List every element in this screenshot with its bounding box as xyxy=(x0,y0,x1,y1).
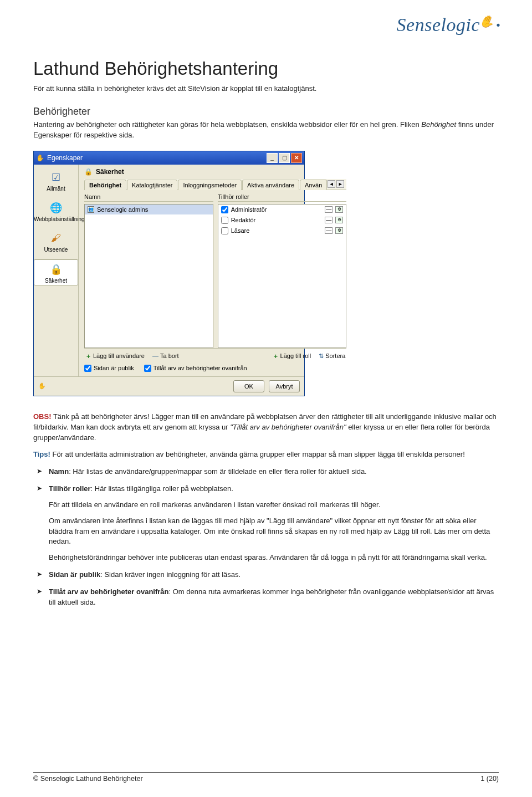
tab-scroll-right[interactable]: ► xyxy=(336,180,344,188)
add-role-button[interactable]: ＋Lägg till roll xyxy=(273,352,311,360)
sidebar-item-2[interactable]: 🖌Utseende xyxy=(34,229,78,254)
name-listbox[interactable]: 👥Senselogic admins xyxy=(84,204,213,348)
footer-left: © Senselogic Lathund Behörigheter xyxy=(33,775,143,783)
section-title: Säkerhet xyxy=(96,168,124,176)
config-role-icon[interactable]: ⚙ xyxy=(335,206,343,213)
sidebar-item-1[interactable]: 🌐Webbplatsinställningar xyxy=(34,198,78,223)
group-icon: 👥 xyxy=(88,206,94,213)
bullet-text: : Sidan kräver ingen inloggning för att … xyxy=(100,570,241,579)
public-checkbox[interactable]: Sidan är publik xyxy=(84,365,134,372)
dialog-title: Egenskaper xyxy=(47,154,265,162)
sidebar-item-label: Webbplatsinställningar xyxy=(34,216,78,222)
bullet-lead: Tillhör roller xyxy=(49,484,91,493)
bullet-item: Tillhör roller: Här listas tillgängliga … xyxy=(37,484,499,563)
role-label: Läsare xyxy=(231,227,250,234)
bullet-text: : Här listas tillgängliga roller på webb… xyxy=(91,484,233,493)
bullet-sub: Om användaren inte återfinns i listan ka… xyxy=(49,516,499,548)
sidebar-item-label: Allmänt xyxy=(34,186,78,192)
bullet-item: Sidan är publik: Sidan kräver ingen inlo… xyxy=(37,570,499,580)
column-roles-header: Tillhör roller xyxy=(218,193,347,202)
bullet-list: Namn: Här listas de användare/grupper/ma… xyxy=(37,467,499,607)
remove-role-icon[interactable]: — xyxy=(325,227,332,234)
obs-label: OBS! xyxy=(33,412,52,421)
sidebar-item-0[interactable]: ☑Allmänt xyxy=(34,168,78,193)
bullet-lead: Namn xyxy=(49,467,69,476)
bullet-sub: Behörighetsförändringar behöver inte pub… xyxy=(49,553,499,563)
intro-text: För att kunna ställa in behörigheter krä… xyxy=(33,84,499,94)
dialog-flags: Sidan är publik Tillåt arv av behörighet… xyxy=(84,362,346,372)
bullet-sub: För att tilldela en användare en roll ma… xyxy=(49,500,499,510)
obs-paragraph: OBS! Tänk på att behörigheter ärvs! Lägg… xyxy=(33,412,499,443)
tab-1[interactable]: Katalogtjänster xyxy=(127,180,177,190)
cancel-button[interactable]: Avbryt xyxy=(269,380,300,392)
plus-icon: ＋ xyxy=(85,352,91,360)
remove-role-icon[interactable]: — xyxy=(325,217,332,223)
role-row: Redaktör—⚙ xyxy=(218,215,346,226)
dialog-sidebar: ☑Allmänt🌐Webbplatsinställningar🖌Utseende… xyxy=(34,165,79,376)
remove-role-icon[interactable]: — xyxy=(325,206,332,213)
role-row: Läsare—⚙ xyxy=(218,226,346,236)
sort-icon: ⇅ xyxy=(319,352,324,360)
role-checkbox[interactable] xyxy=(221,227,228,234)
sidebar-item-label: Utseende xyxy=(34,247,78,253)
lock-icon: 🔒 xyxy=(84,168,93,176)
properties-dialog: ✋ Egenskaper _ ▢ ✕ ☑Allmänt🌐Webbplatsins… xyxy=(33,151,305,396)
role-checkbox[interactable] xyxy=(221,206,228,213)
minus-icon: — xyxy=(152,352,158,359)
footer-right: 1 (20) xyxy=(480,775,499,783)
tab-scroll-left[interactable]: ◄ xyxy=(328,180,335,188)
tab-0[interactable]: Behörighet xyxy=(84,180,126,190)
name-label: Senselogic admins xyxy=(97,206,148,213)
plus-icon: ＋ xyxy=(273,352,279,360)
section-heading: Behörigheter xyxy=(33,106,499,117)
role-label: Administratör xyxy=(231,206,267,213)
sidebar-icon: ☑ xyxy=(48,170,64,185)
config-role-icon[interactable]: ⚙ xyxy=(335,217,343,223)
dialog-toolbar: ＋Lägg till användare —Ta bort ＋Lägg till… xyxy=(84,348,346,362)
roles-listbox: Administratör—⚙Redaktör—⚙Läsare—⚙ xyxy=(218,204,347,348)
page-title: Lathund Behörighetshantering xyxy=(33,58,499,79)
ok-button[interactable]: OK xyxy=(233,380,264,392)
role-checkbox[interactable] xyxy=(221,217,228,224)
close-button[interactable]: ✕ xyxy=(291,153,302,163)
sidebar-icon: 🖌 xyxy=(48,231,64,246)
role-row: Administratör—⚙ xyxy=(218,205,346,215)
brand-logo: Senselogic✋· xyxy=(397,11,502,39)
page-footer: © Senselogic Lathund Behörigheter 1 (20) xyxy=(33,772,499,783)
sidebar-icon: 🔒 xyxy=(48,262,64,277)
tab-4[interactable]: Använ xyxy=(300,180,327,190)
sidebar-item-label: Säkerhet xyxy=(34,278,78,284)
name-row[interactable]: 👥Senselogic admins xyxy=(85,205,213,214)
maximize-button[interactable]: ▢ xyxy=(279,153,290,163)
tab-scroll: ◄ ► xyxy=(328,180,344,188)
section-header: 🔒 Säkerhet xyxy=(84,168,346,176)
bullet-lead: Tillåt arv av behörigheter ovanifrån xyxy=(49,587,169,596)
tab-3[interactable]: Aktiva användare xyxy=(242,180,299,190)
remove-button[interactable]: —Ta bort xyxy=(152,352,179,359)
bullet-item: Tillåt arv av behörigheter ovanifrån: Om… xyxy=(37,587,499,608)
minimize-button[interactable]: _ xyxy=(267,153,278,163)
tips-paragraph: Tips! För att underlätta administration … xyxy=(33,449,499,460)
dialog-footer: ✋ OK Avbryt xyxy=(34,376,304,396)
hand-icon: ✋ xyxy=(36,154,44,162)
column-name-header: Namn xyxy=(84,193,213,202)
tips-label: Tips! xyxy=(33,450,50,458)
tab-2[interactable]: Inloggningsmetoder xyxy=(178,180,242,190)
inherit-checkbox[interactable]: Tillåt arv av behörigheter ovanifrån xyxy=(144,365,247,372)
bullet-item: Namn: Här listas de användare/grupper/ma… xyxy=(37,467,499,477)
config-role-icon[interactable]: ⚙ xyxy=(335,227,343,234)
add-user-button[interactable]: ＋Lägg till användare xyxy=(85,352,145,360)
hand-icon: ✋ xyxy=(38,382,46,390)
sidebar-item-3[interactable]: 🔒Säkerhet xyxy=(34,259,78,285)
role-label: Redaktör xyxy=(231,217,256,223)
sort-button[interactable]: ⇅Sortera xyxy=(319,352,345,360)
hand-icon: ✋ xyxy=(478,12,498,31)
bullet-text: : Här listas de användare/grupper/mappar… xyxy=(69,467,367,476)
tab-strip: BehörighetKatalogtjänsterInloggningsmeto… xyxy=(84,179,346,190)
dialog-titlebar[interactable]: ✋ Egenskaper _ ▢ ✕ xyxy=(34,151,304,165)
section-intro: Hantering av behörigheter och rättighete… xyxy=(33,120,499,141)
sidebar-icon: 🌐 xyxy=(48,201,64,215)
bullet-lead: Sidan är publik xyxy=(49,570,100,579)
